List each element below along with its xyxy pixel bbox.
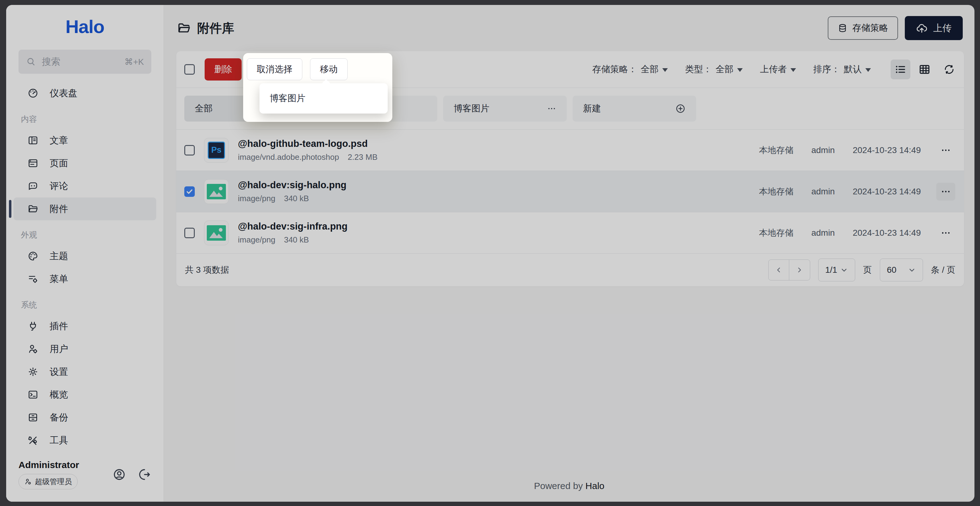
cancel-selection-button[interactable]: 取消选择	[247, 58, 302, 80]
desktop-frame: Halo ⌘+K 仪表盘 内容	[0, 0, 980, 506]
app-window: Halo ⌘+K 仪表盘 内容	[6, 5, 974, 502]
move-button[interactable]: 移动	[310, 58, 348, 80]
dim-overlay	[6, 5, 974, 502]
move-dropdown-menu: 博客图片	[259, 83, 388, 113]
menu-item-blog-images[interactable]: 博客图片	[259, 92, 305, 105]
